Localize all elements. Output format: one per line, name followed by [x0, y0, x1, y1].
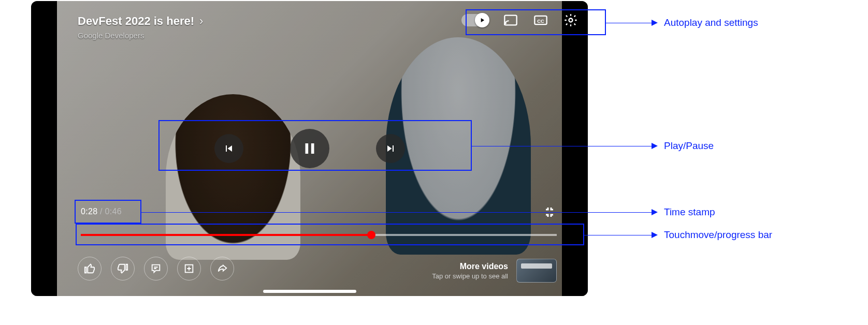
annotation-arrow-icon [652, 209, 658, 215]
thumbs-down-icon [117, 263, 128, 274]
top-controls: CC [461, 12, 578, 28]
autoplay-toggle[interactable] [461, 14, 488, 26]
play-icon [479, 17, 486, 24]
cast-icon[interactable] [503, 12, 518, 28]
annotation-arrow-icon [652, 143, 658, 149]
annotation-line [584, 235, 653, 235]
svg-point-4 [569, 19, 573, 22]
svg-point-1 [504, 25, 505, 25]
chevron-right-icon: › [199, 14, 203, 28]
home-indicator [263, 290, 356, 293]
current-time: 0:28 [81, 207, 97, 216]
thumbs-up-icon [84, 263, 95, 274]
video-title-link[interactable]: DevFest 2022 is here! › [78, 14, 203, 28]
progress-scrubber[interactable] [367, 231, 375, 239]
annotation-line [472, 146, 653, 146]
autoplay-toggle-knob [475, 13, 489, 27]
play-pause-button[interactable] [290, 129, 329, 168]
progress-played [81, 234, 371, 236]
playback-controls [214, 129, 405, 168]
annotation-label-time: Time stamp [664, 206, 715, 218]
timestamp: 0:28 / 0:46 [81, 207, 122, 216]
video-title-block: DevFest 2022 is here! › Google Developer… [78, 14, 203, 40]
save-button[interactable] [177, 257, 201, 280]
annotation-line [606, 23, 653, 23]
progress-bar[interactable] [81, 234, 557, 236]
annotation-label-top: Autoplay and settings [664, 17, 758, 28]
more-videos-title: More videos [432, 262, 508, 271]
dislike-button[interactable] [111, 257, 135, 280]
video-title: DevFest 2022 is here! [78, 14, 194, 28]
previous-button[interactable] [214, 134, 243, 163]
like-button[interactable] [78, 257, 102, 280]
pause-icon [301, 140, 319, 157]
duration: 0:46 [105, 207, 122, 216]
share-icon [216, 263, 228, 274]
annotation-arrow-icon [652, 20, 658, 26]
settings-gear-icon[interactable] [563, 12, 578, 28]
channel-name[interactable]: Google Developers [78, 31, 203, 40]
comment-icon [150, 263, 162, 274]
skip-previous-icon [223, 142, 235, 155]
annotation-line [141, 212, 653, 213]
share-button[interactable] [210, 257, 234, 280]
save-playlist-icon [183, 263, 195, 274]
annotation-label-progress: Touchmove/progress bar [664, 229, 772, 241]
next-button[interactable] [376, 134, 405, 163]
skip-next-icon [384, 142, 397, 155]
video-player[interactable]: DevFest 2022 is here! › Google Developer… [31, 1, 588, 296]
more-videos-thumbnail[interactable] [516, 259, 557, 283]
comments-button[interactable] [144, 257, 168, 280]
more-videos-block[interactable]: More videos Tap or swipe up to see all [432, 259, 557, 283]
action-row [78, 257, 234, 280]
captions-icon[interactable]: CC [533, 12, 548, 28]
annotation-label-center: Play/Pause [664, 140, 714, 152]
more-videos-subtitle: Tap or swipe up to see all [432, 272, 508, 280]
svg-text:CC: CC [537, 19, 544, 24]
annotation-arrow-icon [652, 232, 658, 238]
